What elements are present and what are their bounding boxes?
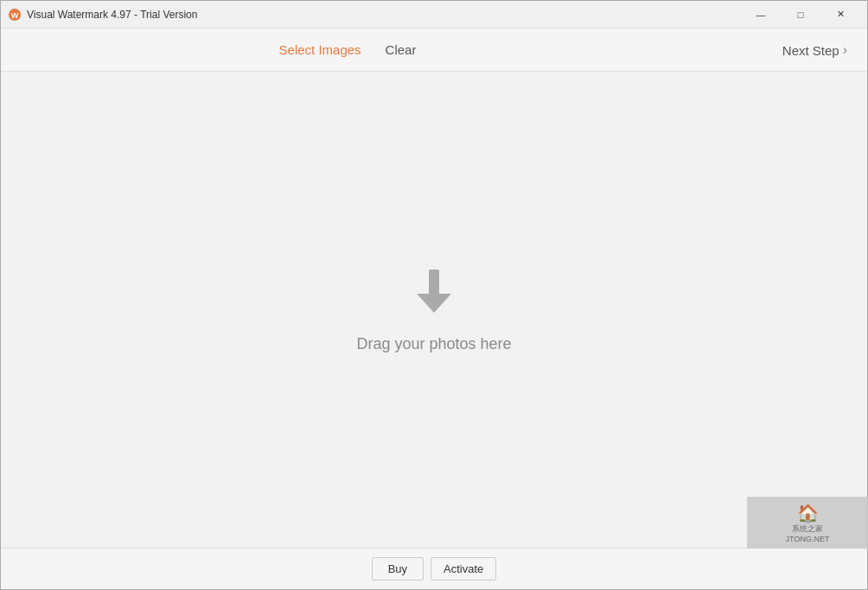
select-images-button[interactable]: Select Images — [267, 35, 373, 64]
maximize-button[interactable]: □ — [781, 1, 820, 29]
svg-text:W: W — [11, 11, 19, 20]
toolbar-left: Select Images Clear — [15, 35, 680, 64]
window-controls: — □ ✕ — [741, 1, 860, 29]
close-button[interactable]: ✕ — [820, 1, 860, 29]
drop-zone-icon — [408, 266, 460, 321]
svg-marker-3 — [417, 294, 451, 313]
main-window: W Visual Watermark 4.97 - Trial Version … — [0, 0, 868, 590]
next-step-label: Next Step — [782, 43, 839, 58]
toolbar: Select Images Clear Next Step › — [1, 29, 867, 72]
app-icon: W — [8, 8, 22, 22]
chevron-right-icon: › — [843, 42, 847, 58]
next-step-button[interactable]: Next Step › — [770, 35, 859, 65]
minimize-button[interactable]: — — [741, 1, 781, 29]
clear-button[interactable]: Clear — [373, 35, 429, 64]
buy-button[interactable]: Buy — [372, 557, 424, 580]
drag-photos-text: Drag your photos here — [356, 335, 511, 353]
bottom-bar: Buy Activate — [1, 548, 867, 589]
drop-zone[interactable]: Drag your photos here — [1, 72, 867, 548]
activate-button[interactable]: Activate — [431, 557, 496, 580]
title-bar: W Visual Watermark 4.97 - Trial Version … — [1, 1, 867, 29]
window-title: Visual Watermark 4.97 - Trial Version — [27, 9, 741, 21]
svg-rect-2 — [429, 270, 439, 295]
